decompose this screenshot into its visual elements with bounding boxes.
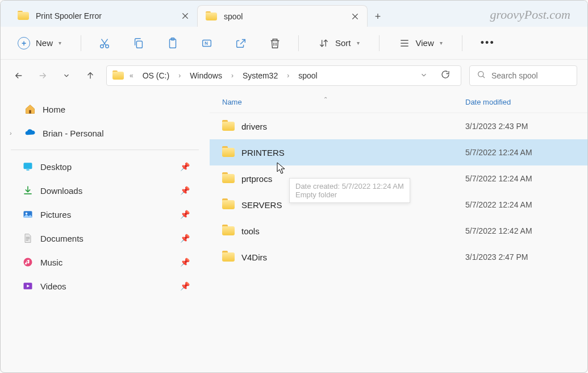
search-box[interactable] — [469, 65, 577, 86]
view-label: View — [416, 38, 434, 48]
sidebar-item-home[interactable]: Home — [1, 97, 209, 121]
delete-button[interactable] — [264, 32, 286, 54]
rename-button[interactable] — [196, 32, 218, 54]
cut-button[interactable] — [94, 32, 115, 54]
tooltip-line: Date created: 5/7/2022 12:24 AM — [295, 182, 404, 190]
search-input[interactable] — [491, 71, 588, 80]
sidebar-item-personal[interactable]: › Brian - Personal — [1, 121, 209, 145]
sort-icon — [318, 38, 330, 49]
sidebar-item-label: Downloads — [40, 186, 82, 196]
svg-rect-8 — [24, 163, 32, 169]
file-date: 3/1/2023 2:43 PM — [460, 122, 587, 131]
file-row[interactable]: tools5/7/2022 12:42 AM — [210, 218, 587, 244]
chevron-down-icon: ▾ — [357, 40, 360, 46]
folder-icon — [222, 122, 235, 131]
folder-icon — [18, 12, 29, 20]
content-area: Name ⌃ Date modified drivers3/1/2023 2:4… — [210, 92, 587, 372]
folder-icon — [222, 226, 235, 235]
svg-rect-5 — [203, 40, 211, 46]
up-button[interactable] — [82, 67, 98, 85]
svg-point-11 — [26, 213, 27, 214]
breadcrumb[interactable]: System32 — [239, 69, 281, 82]
separator — [379, 35, 380, 51]
pin-icon: 📌 — [180, 162, 190, 171]
folder-icon — [112, 72, 124, 80]
close-icon[interactable] — [351, 13, 359, 20]
chevron-right-icon: › — [230, 72, 235, 80]
file-name: tools — [241, 226, 260, 236]
column-date-label: Date modified — [465, 98, 511, 106]
sort-label: Sort — [335, 38, 351, 48]
desktop-icon — [22, 161, 34, 172]
pin-icon: 📌 — [180, 258, 190, 267]
separator — [462, 35, 462, 51]
file-row[interactable]: drivers3/1/2023 2:43 PM — [210, 113, 587, 139]
plus-icon: + — [18, 37, 30, 49]
main: Home › Brian - Personal Desktop 📌 Downlo… — [1, 92, 587, 372]
column-name[interactable]: Name ⌃ — [210, 98, 460, 106]
file-row[interactable]: PRINTERS5/7/2022 12:24 AM — [210, 139, 587, 165]
sidebar-item-videos[interactable]: Videos 📌 — [1, 274, 209, 298]
svg-rect-7 — [29, 110, 31, 114]
column-name-label: Name — [222, 98, 242, 106]
file-name: SERVERS — [241, 200, 282, 210]
sidebar-item-downloads[interactable]: Downloads 📌 — [1, 179, 209, 202]
sort-button[interactable]: Sort ▾ — [311, 34, 366, 52]
sidebar-item-music[interactable]: Music 📌 — [1, 250, 209, 274]
pin-icon: 📌 — [180, 281, 190, 291]
chevron-right-icon[interactable]: › — [10, 130, 12, 136]
tab-title: spool — [224, 12, 344, 21]
tab-print-spooler-error[interactable]: Print Spooler Error — [10, 5, 197, 27]
column-headers: Name ⌃ Date modified — [210, 92, 587, 113]
new-button[interactable]: + New ▾ — [11, 34, 68, 53]
view-button[interactable]: View ▾ — [392, 34, 449, 52]
chevron-down-icon: ▾ — [59, 40, 61, 46]
chevron-down-icon: ▾ — [440, 40, 443, 46]
sidebar-item-desktop[interactable]: Desktop 📌 — [1, 155, 209, 179]
copy-button[interactable] — [128, 32, 149, 54]
chevron-right-icon: « — [128, 72, 135, 80]
breadcrumb[interactable]: Windows — [186, 69, 226, 82]
address-dropdown[interactable] — [416, 71, 431, 80]
sidebar-item-label: Pictures — [40, 210, 71, 219]
refresh-button[interactable] — [436, 69, 455, 82]
file-date: 3/1/2023 2:47 PM — [460, 252, 587, 262]
breadcrumb[interactable]: spool — [295, 69, 320, 82]
recent-dropdown[interactable] — [59, 67, 74, 85]
sidebar-item-pictures[interactable]: Pictures 📌 — [1, 202, 209, 226]
onedrive-icon — [24, 127, 36, 139]
svg-point-6 — [478, 72, 483, 77]
watermark: groovyPost.com — [490, 7, 570, 22]
back-button[interactable] — [11, 67, 27, 85]
close-icon[interactable] — [181, 12, 189, 20]
svg-rect-9 — [27, 169, 30, 171]
tab-spool[interactable]: spool — [197, 5, 368, 27]
chevron-right-icon: › — [286, 72, 290, 80]
new-label: New — [36, 38, 53, 48]
share-button[interactable] — [230, 32, 252, 54]
pictures-icon — [22, 209, 34, 220]
paste-button[interactable] — [162, 32, 184, 54]
sidebar: Home › Brian - Personal Desktop 📌 Downlo… — [1, 92, 210, 372]
separator — [81, 35, 81, 51]
file-name: prtprocs — [241, 174, 272, 184]
file-name: PRINTERS — [241, 148, 285, 158]
new-tab-button[interactable]: + — [368, 6, 388, 27]
file-name: drivers — [241, 122, 267, 131]
file-date: 5/7/2022 12:24 AM — [460, 200, 587, 209]
breadcrumb[interactable]: OS (C:) — [139, 69, 173, 82]
forward-button[interactable] — [35, 67, 51, 85]
column-date[interactable]: Date modified — [460, 98, 587, 106]
pin-icon: 📌 — [180, 234, 190, 243]
videos-icon — [22, 280, 34, 292]
file-row[interactable]: V4Dirs3/1/2023 2:47 PM — [210, 244, 587, 270]
address-bar[interactable]: « OS (C:) › Windows › System32 › spool — [106, 65, 461, 86]
sidebar-item-label: Home — [43, 105, 65, 114]
address-row: « OS (C:) › Windows › System32 › spool — [1, 60, 587, 92]
file-name: V4Dirs — [241, 252, 267, 262]
file-date: 5/7/2022 12:42 AM — [460, 226, 587, 235]
sidebar-item-label: Brian - Personal — [43, 129, 104, 138]
more-button[interactable]: ••• — [475, 34, 501, 52]
sidebar-item-documents[interactable]: Documents 📌 — [1, 226, 209, 250]
svg-rect-2 — [136, 41, 142, 48]
